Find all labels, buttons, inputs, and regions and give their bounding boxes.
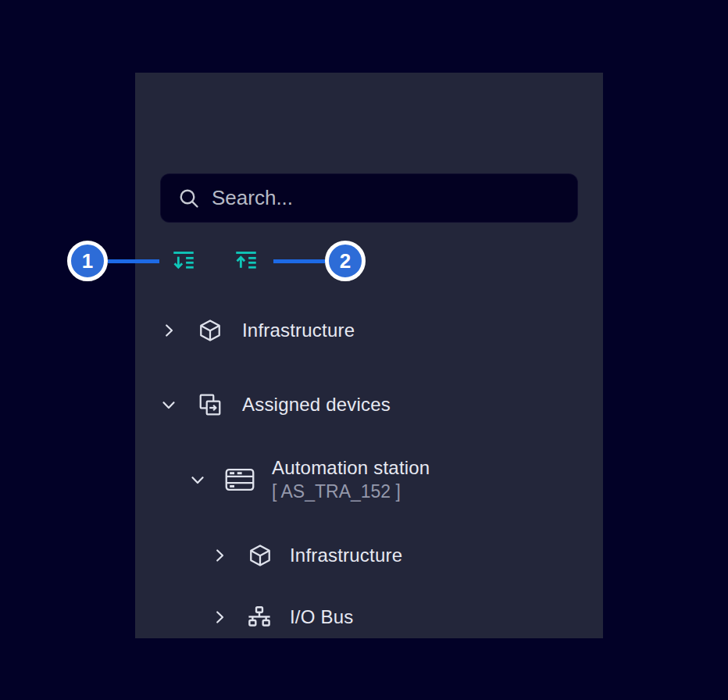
tree-panel: Infrastructure Assigned devices [135,73,603,638]
tree-item-label: Infrastructure [290,545,402,566]
search-input[interactable] [161,174,577,222]
automation-station-icon [225,468,255,491]
collapse-all-button[interactable] [232,247,260,275]
collapse-all-icon [233,248,259,274]
expand-all-button[interactable] [170,247,198,275]
callout-badge-1: 1 [67,241,108,281]
callout-number: 2 [340,249,351,273]
search-box [160,173,578,223]
tree-item-infrastructure-nested[interactable]: Infrastructure [210,537,402,574]
assigned-devices-icon [198,392,223,417]
tree-item-io-bus[interactable]: I/O Bus [210,598,353,636]
tree-item-label: I/O Bus [290,606,353,628]
tree-item-label: Infrastructure [242,320,355,341]
callout-number: 1 [82,249,93,273]
expand-all-icon [170,248,197,274]
screenshot-canvas: Infrastructure Assigned devices [0,0,728,700]
tree-item-assigned-devices[interactable]: Assigned devices [159,386,391,423]
tree-item-label: Automation station [272,455,430,480]
tree-item-automation-station[interactable]: Automation station [ AS_TRA_152 ] [188,453,430,506]
tree-item-label: Assigned devices [242,394,391,416]
chevron-down-icon[interactable] [159,395,178,414]
callout-line-2 [273,259,325,263]
tree-item-infrastructure[interactable]: Infrastructure [159,312,355,349]
chevron-right-icon[interactable] [210,608,229,627]
chevron-right-icon[interactable] [210,546,229,565]
tree-item-sublabel: [ AS_TRA_152 ] [272,480,430,504]
cube-icon [198,318,223,343]
callout-line-1 [108,259,159,263]
callout-badge-2: 2 [325,241,366,281]
chevron-down-icon[interactable] [188,470,207,489]
cube-icon [248,543,273,568]
tree-item-label-block: Automation station [ AS_TRA_152 ] [272,455,430,504]
chevron-right-icon[interactable] [159,321,178,340]
io-bus-icon [246,604,273,630]
